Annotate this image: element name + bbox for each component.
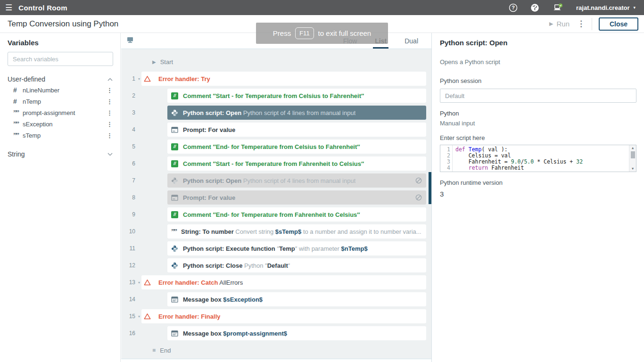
- action-card[interactable]: //Comment ″Start - for Temperature from …: [167, 156, 426, 171]
- variable-menu-button[interactable]: ⋮: [107, 109, 113, 116]
- python-source-value[interactable]: Manual input: [440, 120, 636, 127]
- editor-scrollbar-thumb[interactable]: [631, 151, 635, 158]
- action-card[interactable]: //Comment ″End- for Temperature from Cel…: [167, 140, 426, 154]
- action-text: Comment ″End- for Temperature from Fahre…: [183, 211, 360, 218]
- list-row[interactable]: 8Prompt: For value: [121, 190, 431, 205]
- caret-down-icon: ▾: [633, 5, 636, 10]
- list-row[interactable]: 13▾Error handler: Catch AllErrors: [121, 275, 431, 289]
- code-content[interactable]: def Temp( val ): Celsius = val Fahrenhei…: [453, 145, 629, 172]
- action-card[interactable]: Python script: Execute function ″Temp″ w…: [167, 241, 426, 255]
- chevron-down-icon[interactable]: [107, 153, 113, 156]
- section-user-defined[interactable]: User-defined: [8, 74, 113, 84]
- action-card[interactable]: //Comment ″End- for Temperature from Fah…: [167, 207, 426, 222]
- list-row[interactable]: 2//Comment ″Start - for Temperature from…: [121, 89, 431, 103]
- tab-flow[interactable]: Flow: [343, 33, 357, 49]
- action-card[interactable]: Python script: Open Python script of 4 l…: [167, 106, 426, 120]
- action-card[interactable]: Error handler: Try: [141, 72, 426, 86]
- list-row[interactable]: 15▾Error handler: Finally: [121, 309, 431, 323]
- action-card[interactable]: Python script: Close Python ″Default″: [167, 258, 426, 272]
- list-row[interactable]: 10””String: To number Convert string $sT…: [121, 224, 431, 239]
- variable-item[interactable]: ””sException⋮: [0, 118, 120, 130]
- action-text: Python script: Open Python script of 4 l…: [183, 177, 355, 184]
- session-input[interactable]: [440, 89, 636, 103]
- more-options-button[interactable]: ⋮: [577, 19, 585, 29]
- variables-search-input[interactable]: [8, 52, 113, 66]
- row-number: 2: [126, 92, 135, 99]
- play-icon: ▶: [549, 21, 553, 27]
- variable-menu-button[interactable]: ⋮: [107, 132, 113, 139]
- variable-name: sException: [23, 121, 53, 128]
- globe-icon[interactable]: [530, 3, 539, 12]
- list-row[interactable]: 3Python script: Open Python script of 4 …: [121, 106, 431, 120]
- variable-item[interactable]: #nTemp⋮: [0, 96, 120, 107]
- action-text: Error handler: Finally: [158, 313, 220, 320]
- script-editor[interactable]: 1234 def Temp( val ): Celsius = val Fahr…: [440, 145, 636, 172]
- row-number: 1: [126, 75, 135, 82]
- list-row[interactable]: 16Message box $prompt-assignment$: [121, 326, 431, 340]
- variable-menu-button[interactable]: ⋮: [107, 98, 113, 105]
- action-card[interactable]: Message box $sException$: [167, 292, 426, 306]
- canvas-panel: FlowListDual ▶Start1▾Error handler: Try2…: [121, 33, 432, 362]
- variable-item[interactable]: ””prompt-assignment⋮: [0, 107, 120, 118]
- action-card[interactable]: ””String: To number Convert string $sTem…: [167, 224, 426, 239]
- line-numbers: 1234: [440, 145, 453, 172]
- action-text: Python script: Close Python ″Default″: [183, 262, 290, 269]
- action-card[interactable]: Error handler: Finally: [141, 309, 426, 323]
- warning-icon: [144, 313, 151, 320]
- message-icon: [171, 296, 178, 303]
- device-status-icon[interactable]: [552, 3, 563, 12]
- variable-item[interactable]: ””sTemp⋮: [0, 130, 120, 141]
- close-button[interactable]: Close: [599, 17, 638, 31]
- editor-scrollbar[interactable]: ▲ ▼: [629, 145, 636, 172]
- scroll-up-icon[interactable]: ▲: [632, 145, 634, 151]
- variable-name: nLineNumber: [23, 87, 59, 94]
- tab-dual[interactable]: Dual: [405, 33, 418, 49]
- collapse-chevron-icon[interactable]: ▾: [137, 77, 141, 81]
- runtime-label: Python runtime version: [440, 179, 636, 186]
- section-string[interactable]: String: [8, 149, 113, 159]
- start-icon: ▶: [152, 59, 156, 65]
- row-number: 14: [126, 296, 135, 303]
- run-button[interactable]: ▶ Run: [549, 20, 570, 28]
- action-card[interactable]: Error handler: Catch AllErrors: [141, 275, 426, 289]
- chevron-up-icon[interactable]: [107, 78, 113, 81]
- list-scrollbar-thumb[interactable]: [429, 172, 431, 204]
- action-card[interactable]: Prompt: For value: [167, 123, 426, 137]
- svg-text:?: ?: [512, 5, 515, 10]
- canvas-toolbar: FlowListDual: [121, 33, 431, 49]
- list-row[interactable]: 14Message box $sException$: [121, 292, 431, 306]
- user-menu[interactable]: rajat.nandi.creator ▾: [576, 4, 636, 11]
- list-row[interactable]: 6//Comment ″Start - for Temperature from…: [121, 156, 431, 171]
- list-row[interactable]: 5//Comment ″End- for Temperature from Ce…: [121, 140, 431, 154]
- comment-icon: //: [171, 143, 178, 150]
- row-number: 16: [126, 330, 135, 337]
- list-row[interactable]: 7Python script: Open Python script of 4 …: [121, 173, 431, 188]
- horizontal-scrollbar[interactable]: [121, 359, 431, 362]
- python-icon: [171, 245, 178, 252]
- row-end[interactable]: ■End: [121, 343, 431, 357]
- action-card[interactable]: Python script: Open Python script of 4 l…: [167, 173, 426, 188]
- detail-subtitle: Opens a Python script: [440, 58, 636, 66]
- collapse-chevron-icon[interactable]: ▾: [137, 314, 141, 319]
- list-row[interactable]: 12Python script: Close Python ″Default″: [121, 258, 431, 272]
- run-label: Run: [556, 20, 570, 28]
- hamburger-icon[interactable]: ☰: [5, 4, 12, 12]
- list-row[interactable]: 11Python script: Execute function ″Temp″…: [121, 241, 431, 255]
- string-variable-icon: ””: [13, 132, 23, 140]
- list-row[interactable]: 9//Comment ″End- for Temperature from Fa…: [121, 207, 431, 222]
- action-card[interactable]: Prompt: For value: [167, 190, 426, 205]
- prompt-icon: [171, 195, 178, 201]
- variable-item[interactable]: #nLineNumber⋮: [0, 84, 120, 96]
- tab-list[interactable]: List: [375, 33, 387, 49]
- scroll-down-icon[interactable]: ▼: [632, 166, 634, 172]
- variable-menu-button[interactable]: ⋮: [107, 121, 113, 128]
- help-icon[interactable]: ?: [509, 3, 518, 12]
- action-card[interactable]: Message box $prompt-assignment$: [167, 326, 426, 340]
- list-row[interactable]: 1▾Error handler: Try: [121, 72, 431, 86]
- action-card[interactable]: //Comment ″Start - for Temperature from …: [167, 89, 426, 103]
- row-start[interactable]: ▶Start: [121, 55, 431, 69]
- collapse-chevron-icon[interactable]: ▾: [137, 280, 141, 285]
- variable-menu-button[interactable]: ⋮: [107, 87, 113, 94]
- list-row[interactable]: 4Prompt: For value: [121, 123, 431, 137]
- section-label: String: [8, 150, 25, 158]
